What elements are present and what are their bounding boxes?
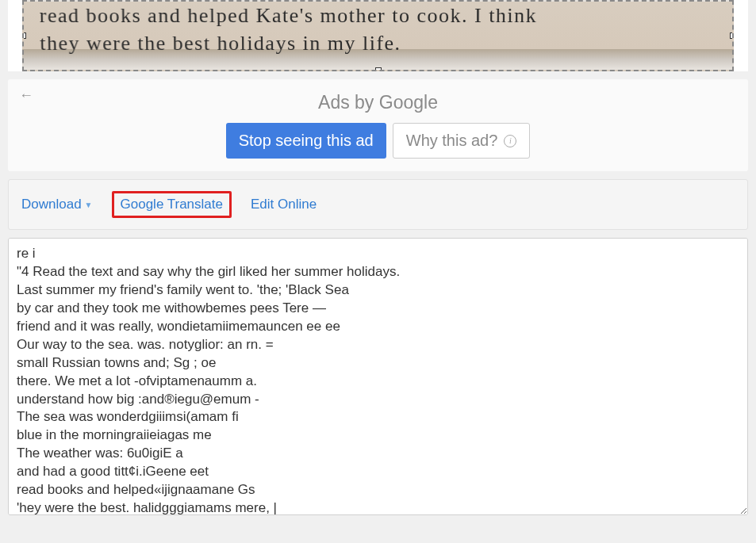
source-text-line2: they were the best holidays in my life. (40, 32, 401, 55)
image-crop-panel: read books and helped Kate's mother to c… (8, 0, 748, 71)
download-label: Download (21, 197, 82, 212)
cropped-image-selection[interactable]: read books and helped Kate's mother to c… (22, 0, 734, 71)
resize-handle-right[interactable] (730, 33, 734, 39)
edit-online-button[interactable]: Edit Online (251, 197, 317, 212)
ocr-output-textarea[interactable] (8, 238, 748, 515)
ad-panel: ← Ads by Google Stop seeing this ad Why … (8, 79, 748, 171)
ad-buttons-row: Stop seeing this ad Why this ad? i (16, 123, 740, 159)
resize-handle-bottom[interactable] (375, 67, 382, 71)
back-arrow-icon[interactable]: ← (19, 87, 33, 104)
ads-byline: Ads by Google (16, 92, 740, 113)
ads-byline-prefix: Ads by (318, 92, 379, 113)
resize-handle-left[interactable] (22, 33, 26, 39)
action-toolbar: Download ▼ Google Translate Edit Online (8, 179, 748, 230)
stop-seeing-ad-button[interactable]: Stop seeing this ad (226, 123, 386, 159)
chevron-down-icon: ▼ (85, 201, 93, 209)
download-button[interactable]: Download ▼ (21, 197, 93, 212)
google-translate-button[interactable]: Google Translate (112, 191, 232, 218)
google-logo-text: Google (379, 92, 438, 113)
source-image-text: read books and helped Kate's mother to c… (39, 2, 716, 57)
google-translate-label: Google Translate (121, 197, 223, 212)
info-icon: i (504, 135, 516, 147)
why-this-ad-label: Why this ad? (406, 132, 498, 150)
ocr-output-panel (8, 238, 748, 518)
source-text-line1: read books and helped Kate's mother to c… (39, 4, 537, 27)
why-this-ad-button[interactable]: Why this ad? i (393, 123, 531, 159)
edit-online-label: Edit Online (251, 197, 317, 212)
